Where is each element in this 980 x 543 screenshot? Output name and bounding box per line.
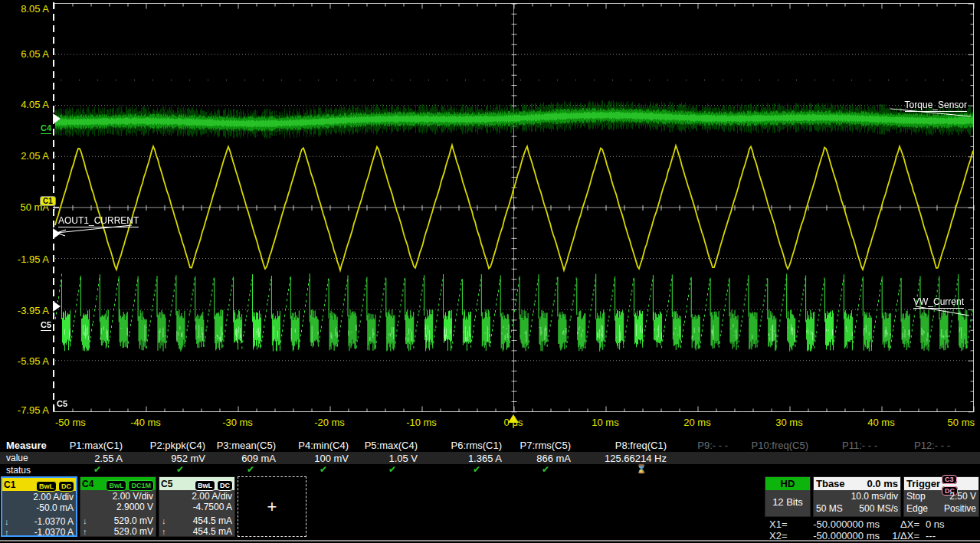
trigger-time-marker-icon[interactable]: [508, 414, 519, 423]
measure-p6-status-icon: ✔: [465, 464, 488, 475]
x-axis-label: -40 ms: [130, 417, 161, 428]
x-axis-label: -20 ms: [314, 417, 345, 428]
trigger-source-badge: C3: [942, 475, 957, 484]
y-axis-label: -1.95 A: [2, 254, 49, 265]
channel-badge-dc: DC: [58, 481, 74, 492]
channel-offset: -4.7500 A: [162, 502, 232, 512]
hd-label: HD: [781, 478, 795, 489]
measure-status-row: status ✔✔✔✔✔✔✔⌛: [0, 464, 980, 477]
channel-header-c1: C1BwLDC: [2, 478, 76, 491]
x1-label: X1=: [765, 518, 789, 530]
measure-header-row: Measure P1:max(C1)P2:pkpk(C4)P3:mean(C5)…: [0, 439, 980, 452]
channel-max: ↑454.5 mA: [162, 526, 232, 537]
channel-min: ↓529.0 mV: [83, 515, 153, 526]
add-channel-button[interactable]: +: [238, 476, 306, 537]
x-axis-label: 10 ms: [592, 417, 618, 428]
channel-max: ↑529.0 mV: [83, 526, 153, 537]
measure-p7-status-icon: ✔: [534, 464, 557, 475]
status-row-title: status: [6, 465, 31, 476]
up-arrow-icon: ↑: [83, 526, 87, 537]
channel-scale: 2.00 A/div: [5, 492, 74, 502]
trigger-slope: Positive: [944, 502, 976, 515]
x-axis-label: -10 ms: [406, 417, 437, 428]
y-axis-label: -7.95 A: [2, 404, 49, 416]
y-axis-label: 2.05 A: [2, 150, 49, 162]
y-axis-label: -3.95 A: [2, 305, 49, 316]
x-axis-label: 30 ms: [775, 417, 802, 428]
y-axis-label: 4.05 A: [2, 99, 49, 110]
channel-body-c5: 2.00 A/div-4.7500 A↓454.5 mA↑454.5 mA: [159, 490, 234, 537]
channel-max: ↑-1.0370 A: [5, 527, 74, 538]
timebase-rate: 500 MS/s: [859, 502, 898, 515]
measure-p2-status-icon: ✔: [169, 464, 192, 475]
channel-scale: 2.00 A/div: [162, 491, 232, 502]
hd-bits: 12 Bits: [772, 490, 803, 515]
down-arrow-icon: ↓: [162, 515, 166, 526]
measure-p8-value: 125.66214 Hz: [567, 453, 667, 464]
timebase-box[interactable]: Tbase 0.0 ms 10.0 ms/div 50 MS 500 MS/s: [813, 476, 901, 517]
c5-offset-marker-label[interactable]: C5: [41, 320, 51, 331]
channel-badge-bwl: BwL: [36, 481, 57, 492]
measure-p8-status-icon: ⌛: [630, 464, 653, 474]
channel-header-c4: C4BwLDC1M: [80, 477, 156, 490]
timebase-samples: 50 MS: [816, 502, 843, 515]
trigger-type: Edge: [906, 502, 928, 515]
oscilloscope-screen: 8.05 A6.05 A4.05 A2.05 A50 mA-1.95 A-3.9…: [0, 0, 980, 543]
y-axis-label: -5.95 A: [2, 355, 49, 367]
channel-badge-dc1m: DC1M: [128, 480, 154, 491]
channel-box-c5[interactable]: C5BwLDC2.00 A/div-4.7500 A↓454.5 mA↑454.…: [159, 476, 235, 537]
trace-label-vw-current[interactable]: VW_Current: [913, 296, 964, 309]
measure-p7-header[interactable]: P7:rms(C5): [471, 440, 571, 451]
channel-box-c4[interactable]: C4BwLDC1M2.00 V/div2.9000 V↓529.0 mV↑529…: [80, 476, 156, 537]
timebase-scale: 10.0 ms/div: [851, 490, 898, 502]
up-arrow-icon: ↑: [162, 526, 166, 537]
channel-min: ↓454.5 mA: [162, 515, 232, 526]
hd-mode-box[interactable]: HD 12 Bits: [765, 476, 811, 517]
down-arrow-icon: ↓: [83, 515, 87, 526]
waveform-display[interactable]: [53, 2, 975, 413]
channel-body-c4: 2.00 V/div2.9000 V↓529.0 mV↑529.0 mV: [80, 490, 156, 537]
measure-p4-status-icon: ✔: [312, 464, 335, 475]
trace-label-aout1-current[interactable]: AOUT1_CURRENT: [58, 215, 139, 227]
trace-label-torque-sensor[interactable]: Torque_Sensor: [905, 100, 967, 112]
channel-scale: 2.00 V/div: [83, 491, 153, 502]
channel-box-c1[interactable]: C1BwLDC2.00 A/div-50.0 mA↓-1.0370 A↑-1.0…: [1, 476, 77, 537]
x-axis-label: 20 ms: [683, 417, 710, 428]
c4-offset-marker-label[interactable]: C4: [41, 123, 51, 134]
x1-value: -50.000000 ms: [789, 518, 880, 530]
c1-offset-marker-label[interactable]: C1: [40, 196, 56, 206]
dx-label: ΔX=: [880, 518, 919, 530]
channel-offset: 2.9000 V: [83, 502, 153, 512]
x-axis-label: -30 ms: [222, 417, 253, 428]
channel-header-c5: C5BwLDC: [159, 477, 234, 490]
up-arrow-icon: ↑: [5, 527, 9, 538]
y-axis-label: 6.05 A: [2, 48, 49, 60]
channel-id-label: C1: [4, 479, 15, 490]
trigger-box[interactable]: Trigger C3 DC Stop 2.50 V Edge Positive: [903, 476, 979, 517]
measure-p12-header[interactable]: P12:- - -: [851, 440, 950, 451]
timebase-offset: 0.0 ms: [867, 478, 898, 489]
channel-badge-bwl: BwL: [195, 480, 215, 491]
down-arrow-icon: ↓: [5, 516, 9, 527]
bottom-divider: [0, 540, 980, 541]
trigger-label: Trigger: [906, 478, 940, 489]
channel-badge-dc: DC: [217, 480, 233, 491]
dx-value: 0 ns: [919, 518, 945, 530]
cursor-readout-x1: X1= -50.000000 ms ΔX= 0 ns: [765, 518, 980, 530]
x-axis-label: 40 ms: [867, 417, 894, 428]
measure-p5-status-icon: ✔: [381, 464, 404, 475]
measure-p1-status-icon: ✔: [86, 464, 109, 475]
trigger-level: 2.50 V: [949, 490, 976, 502]
x-axis-label: -50 ms: [55, 417, 86, 428]
plus-icon: +: [267, 497, 277, 517]
trigger-mode: Stop: [906, 490, 926, 502]
measure-value-row: value 2.55 A952 mV609 mA100 mV1.05 V1.36…: [0, 452, 980, 464]
timebase-label: Tbase: [816, 478, 845, 489]
channel-body-c1: 2.00 A/div-50.0 mA↓-1.0370 A↑-1.0370 A: [2, 491, 76, 538]
y-axis-label: 8.05 A: [2, 3, 49, 15]
grid-corner-trace-descriptor: C5: [57, 399, 67, 408]
channel-offset: -50.0 mA: [5, 502, 74, 513]
channel-min: ↓-1.0370 A: [5, 516, 74, 527]
x-axis-label: 50 ms: [948, 417, 975, 428]
measure-p3-status-icon: ✔: [239, 464, 262, 475]
